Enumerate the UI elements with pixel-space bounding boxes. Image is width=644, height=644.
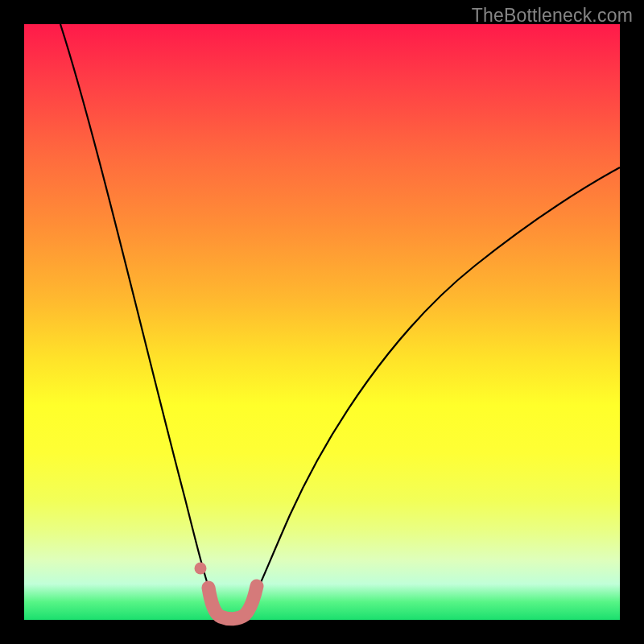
optimal-range-band (208, 586, 257, 619)
left-shoulder-dot (195, 563, 207, 575)
chart-frame: TheBottleneck.com (0, 0, 644, 644)
watermark-text: TheBottleneck.com (472, 5, 633, 27)
curve-layer (24, 24, 620, 620)
bottleneck-curve (60, 24, 620, 617)
plot-area (24, 24, 620, 620)
